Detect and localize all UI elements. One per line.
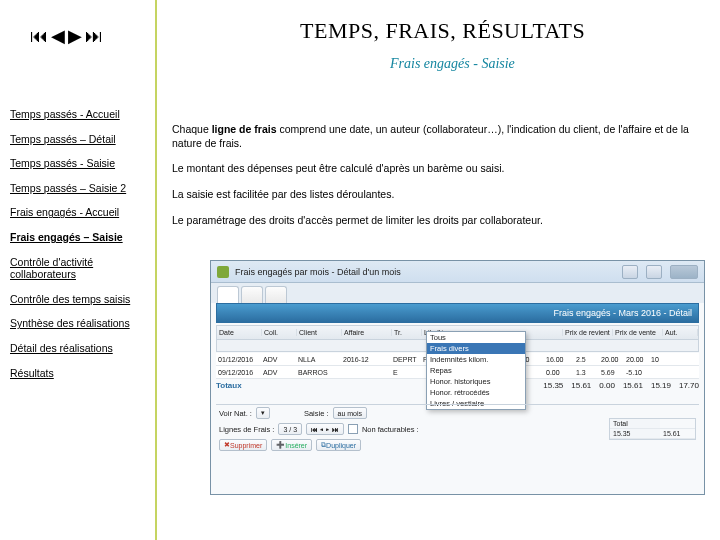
tab-2[interactable]: [241, 286, 263, 303]
slide-nav: ⏮ ◀ ▶ ⏭: [30, 27, 103, 45]
column-header[interactable]: Affaire: [342, 329, 392, 336]
sidebar-item-1[interactable]: Temps passés – Détail: [10, 133, 150, 146]
paragraph-2: Le montant des dépenses peut être calcul…: [172, 162, 697, 176]
nonfact-checkbox[interactable]: [348, 424, 358, 434]
tab-3[interactable]: [265, 286, 287, 303]
totals-label: Totaux: [216, 381, 242, 390]
app-icon: [217, 266, 229, 278]
app-banner: Frais engagés - Mars 2016 - Détail: [216, 303, 699, 323]
sidebar-item-7[interactable]: Contrôle des temps saisis: [10, 293, 150, 306]
dropdown-item[interactable]: Honor. rétrocédés: [427, 387, 525, 398]
banner-title: Frais engagés - Mars 2016 - Détail: [553, 308, 692, 318]
paragraph-1: Chaque ligne de frais comprend une date,…: [172, 123, 697, 150]
minimize-button[interactable]: [622, 265, 638, 279]
sidebar-item-3[interactable]: Temps passés – Saisie 2: [10, 182, 150, 195]
sidebar-item-2[interactable]: Temps passés - Saisie: [10, 157, 150, 170]
lignes-label: Lignes de Frais :: [219, 425, 274, 434]
column-header[interactable]: Prix de revient: [563, 329, 613, 336]
column-header[interactable]: Coll.: [262, 329, 297, 336]
sidebar-item-9[interactable]: Détail des réalisations: [10, 342, 150, 355]
summary-box: Total 15.3515.61: [609, 418, 696, 440]
total-value: 17.70: [679, 381, 699, 390]
sidebar-item-6[interactable]: Contrôle d'activité collaborateurs: [10, 256, 150, 281]
lignes-nav[interactable]: ⏮ ◀ ▶ ⏭: [306, 423, 344, 435]
sidebar-item-10[interactable]: Résultats: [10, 367, 150, 380]
next-icon[interactable]: ▶: [68, 27, 82, 45]
column-header[interactable]: Date: [217, 329, 262, 336]
close-button[interactable]: [670, 265, 698, 279]
sidebar-item-5[interactable]: Frais engagés – Saisie: [10, 231, 150, 244]
maximize-button[interactable]: [646, 265, 662, 279]
sidebar-item-8[interactable]: Synthèse des réalisations: [10, 317, 150, 330]
total-value: 15.61: [623, 381, 643, 390]
app-window: Frais engagés par mois - Détail d'un moi…: [210, 260, 705, 495]
paragraph-4: Le paramétrage des droits d'accès permet…: [172, 214, 697, 228]
total-value: 15.19: [651, 381, 671, 390]
app-tabbar: [211, 283, 704, 303]
saisie-mode[interactable]: au mois: [333, 407, 368, 419]
duplicate-button[interactable]: ⧉ Dupliquer: [316, 439, 361, 451]
dropdown-item[interactable]: Honor. historiques: [427, 376, 525, 387]
dropdown-item[interactable]: Tous: [427, 332, 525, 343]
saisie-label: Saisie :: [304, 409, 329, 418]
first-icon[interactable]: ⏮: [30, 27, 48, 45]
app-footer: Voir Nat. : ▾ Saisie : au mois Lignes de…: [216, 404, 699, 489]
page-title: TEMPS, FRAIS, RÉSULTATS: [300, 18, 585, 44]
last-icon[interactable]: ⏭: [85, 27, 103, 45]
column-header[interactable]: Prix de vente: [613, 329, 663, 336]
dropdown-item[interactable]: Indemnités kilom.: [427, 354, 525, 365]
total-value: 15.35: [543, 381, 563, 390]
nature-dropdown[interactable]: TousFrais diversIndemnités kilom.RepasHo…: [426, 331, 526, 410]
voir-label: Voir Nat. :: [219, 409, 252, 418]
total-value: 15.61: [571, 381, 591, 390]
prev-icon[interactable]: ◀: [51, 27, 65, 45]
delete-button[interactable]: ✖ Supprimer: [219, 439, 267, 451]
nonfact-label: Non facturables :: [362, 425, 419, 434]
lignes-counter: 3 / 3: [278, 423, 302, 435]
dropdown-item[interactable]: Frais divers: [427, 343, 525, 354]
sidebar-nav: Temps passés - AccueilTemps passés – Dét…: [10, 108, 150, 379]
column-header[interactable]: Tr.: [392, 329, 422, 336]
sidebar-item-0[interactable]: Temps passés - Accueil: [10, 108, 150, 121]
column-header[interactable]: Client: [297, 329, 342, 336]
page-subtitle: Frais engagés - Saisie: [390, 56, 515, 72]
main-content: Chaque ligne de frais comprend une date,…: [172, 123, 697, 239]
vertical-divider: [155, 0, 157, 540]
tab-1[interactable]: [217, 286, 239, 303]
insert-button[interactable]: ➕ Insérer: [271, 439, 312, 451]
column-header[interactable]: Aut.: [663, 329, 698, 336]
dropdown-item[interactable]: Repas: [427, 365, 525, 376]
app-titlebar: Frais engagés par mois - Détail d'un moi…: [211, 261, 704, 283]
total-value: 0.00: [599, 381, 615, 390]
sidebar-item-4[interactable]: Frais engagés - Accueil: [10, 206, 150, 219]
paragraph-3: La saisie est facilitée par des listes d…: [172, 188, 697, 202]
voir-select[interactable]: ▾: [256, 407, 270, 419]
app-window-title: Frais engagés par mois - Détail d'un moi…: [235, 267, 614, 277]
